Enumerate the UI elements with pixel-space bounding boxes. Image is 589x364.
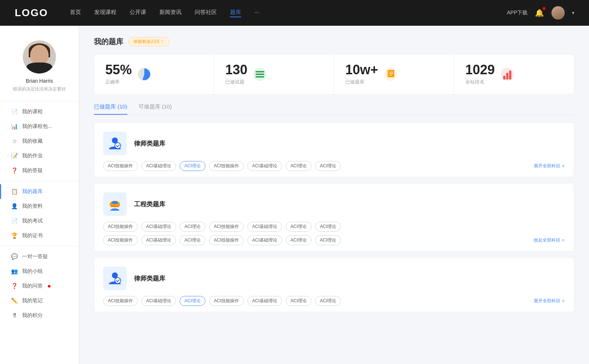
tag-1-3[interactable]: ACI技能操作: [209, 161, 244, 171]
quiz-bank-title-1: 律师类题库: [134, 139, 165, 148]
tag-3-1[interactable]: ACI基础理论: [141, 296, 176, 306]
nav-news[interactable]: 新闻资讯: [159, 9, 181, 17]
lawyer-icon-wrap-2: [103, 267, 127, 290]
accuracy-label: 正确率: [105, 79, 132, 85]
quiz-bank-icon: 📋: [11, 188, 18, 195]
rank-value: 1029: [465, 63, 495, 76]
nav-qa[interactable]: 问答社区: [195, 9, 217, 17]
my-qa-icon: ❓: [11, 283, 18, 289]
tags-row-2b: ACI技能操作 ACI基础理论 ACI理论 ACI技能操作 ACI基础理论 AC…: [103, 235, 565, 245]
notification-bell[interactable]: 🔔: [535, 8, 544, 17]
tag-3-2[interactable]: ACI理论: [180, 296, 205, 306]
nav-more[interactable]: ···: [254, 9, 259, 17]
sidebar-item-label: 我的资料: [22, 203, 43, 210]
tag-2b-1[interactable]: ACI基础理论: [141, 235, 176, 245]
sidebar-item-exam[interactable]: 📄 我的考试: [0, 214, 79, 228]
avatar-body: [27, 63, 52, 74]
page-container: Brian Harris 错误的决定比没有决定要好 📄 我的课程 📊 我的课程包…: [0, 26, 589, 364]
sidebar-item-quiz-bank[interactable]: 📋 我的题库: [0, 184, 79, 199]
tag-2a-5[interactable]: ACI理论: [286, 222, 311, 232]
tag-1-0[interactable]: ACI技能操作: [103, 161, 138, 171]
questions-label: 已做试题: [225, 79, 247, 85]
nav-discover[interactable]: 发现课程: [94, 9, 116, 17]
tag-3-5[interactable]: ACI理论: [286, 296, 311, 306]
sidebar-avatar: [23, 40, 56, 74]
avatar-dropdown-arrow[interactable]: ▾: [572, 10, 574, 15]
sidebar-item-course-pkg[interactable]: 📊 我的课程包...: [0, 119, 79, 134]
sidebar-item-my-qa[interactable]: ❓ 我的问答: [0, 279, 79, 293]
tab-available[interactable]: 可做题库 (10): [138, 103, 172, 115]
svg-rect-10: [112, 201, 118, 204]
tag-1-6[interactable]: ACI理论: [315, 161, 341, 171]
main-content: 我的题库 体验剩余23天！ 55% 正确率 130 已做试题: [79, 26, 589, 364]
tag-2a-6[interactable]: ACI理论: [315, 222, 341, 232]
sidebar-item-1on1[interactable]: 💬 一对一答疑: [0, 249, 79, 264]
list-icon: [255, 71, 264, 78]
main-title-bar: 我的题库 体验剩余23天！: [94, 37, 574, 47]
exam-icon: 📄: [11, 218, 18, 224]
rank-icon: [501, 68, 514, 81]
rank-label: 全站排名: [465, 79, 495, 85]
tag-3-6[interactable]: ACI理论: [315, 296, 341, 306]
sidebar-item-points[interactable]: 🎖 我的积分: [0, 308, 79, 323]
tag-2b-5[interactable]: ACI理论: [286, 235, 311, 245]
tag-3-0[interactable]: ACI技能操作: [103, 296, 138, 306]
tags-row-3: ACI技能操作 ACI基础理论 ACI理论 ACI技能操作 ACI基础理论 AC…: [103, 296, 565, 306]
tag-2b-0[interactable]: ACI技能操作: [103, 235, 138, 245]
tag-1-5[interactable]: ACI理论: [286, 161, 311, 171]
tags-row-2a: ACI技能操作 ACI基础理论 ACI理论 ACI技能操作 ACI基础理论 AC…: [103, 222, 565, 232]
sidebar-item-certificate[interactable]: 🏆 我的证书: [0, 228, 79, 243]
sidebar-item-label: 我的证书: [22, 232, 43, 239]
tab-done[interactable]: 已做题库 (10): [94, 103, 127, 115]
collapse-link-2[interactable]: 收起全部科目 ∧: [534, 237, 565, 243]
lawyer-icon-wrap: [103, 132, 127, 155]
tag-2a-0[interactable]: ACI技能操作: [103, 222, 138, 232]
svg-rect-11: [110, 206, 119, 207]
sidebar-item-favorites[interactable]: ☆ 我的收藏: [0, 134, 79, 149]
trial-badge: 体验剩余23天！: [128, 37, 169, 46]
stat-accuracy: 55% 正确率: [94, 54, 214, 94]
tag-2b-3[interactable]: ACI技能操作: [209, 235, 244, 245]
tag-2a-2[interactable]: ACI理论: [180, 222, 205, 232]
tag-1-2[interactable]: ACI理论: [180, 161, 205, 171]
points-icon: 🎖: [11, 313, 18, 319]
tag-2b-6[interactable]: ACI理论: [315, 235, 341, 245]
sidebar-item-group[interactable]: 👥 我的小组: [0, 264, 79, 279]
expand-link-1[interactable]: 展开全部科目 ∨: [534, 163, 565, 169]
nav-quiz[interactable]: 题库: [230, 9, 241, 17]
sidebar-item-label: 我的课程包...: [22, 123, 52, 130]
svg-rect-9: [110, 204, 120, 206]
nav-open-course[interactable]: 公开课: [130, 9, 146, 17]
navbar: LOGO 首页 发现课程 公开课 新闻资讯 问答社区 题库 ··· APP下载 …: [0, 0, 589, 26]
tag-2b-2[interactable]: ACI理论: [180, 235, 205, 245]
quiz-bank-title-2: 工程类题库: [134, 200, 165, 208]
sidebar-item-course[interactable]: 📄 我的课程: [0, 104, 79, 119]
avatar-head: [30, 45, 49, 65]
sidebar-item-profile[interactable]: 👤 我的资料: [0, 199, 79, 214]
quiz-bank-card-lawyer-1: 律师类题库 ACI技能操作 ACI基础理论 ACI理论 ACI技能操作 ACI基…: [94, 122, 574, 177]
nav-home[interactable]: 首页: [70, 9, 81, 17]
expand-link-3[interactable]: 展开全部科目 ∨: [534, 298, 565, 304]
qa-icon: ❓: [11, 167, 18, 174]
profile-icon: 👤: [11, 203, 18, 210]
course-icon: 📄: [11, 108, 18, 115]
user-avatar[interactable]: [551, 6, 565, 19]
tag-2b-4[interactable]: ACI基础理论: [247, 235, 282, 245]
tag-3-4[interactable]: ACI基础理论: [247, 296, 282, 306]
sidebar-item-label: 我的收藏: [22, 138, 43, 144]
tag-2a-1[interactable]: ACI基础理论: [141, 222, 176, 232]
sidebar-divider-2: [0, 181, 79, 181]
notes-icon: ✏️: [11, 297, 18, 304]
doc-icon: [385, 69, 396, 79]
tag-2a-3[interactable]: ACI技能操作: [209, 222, 244, 232]
svg-point-14: [115, 278, 121, 283]
tag-3-3[interactable]: ACI技能操作: [209, 296, 244, 306]
engineer-svg-icon: [107, 196, 123, 212]
tag-2a-4[interactable]: ACI基础理论: [247, 222, 282, 232]
sidebar-item-qa[interactable]: ❓ 我的答疑: [0, 163, 79, 178]
sidebar-item-homework[interactable]: 📝 我的作业: [0, 149, 79, 163]
sidebar-item-notes[interactable]: ✏️ 我的笔记: [0, 293, 79, 308]
app-download-link[interactable]: APP下载: [507, 10, 528, 16]
tag-1-4[interactable]: ACI基础理论: [247, 161, 282, 171]
tag-1-1[interactable]: ACI基础理论: [141, 161, 176, 171]
